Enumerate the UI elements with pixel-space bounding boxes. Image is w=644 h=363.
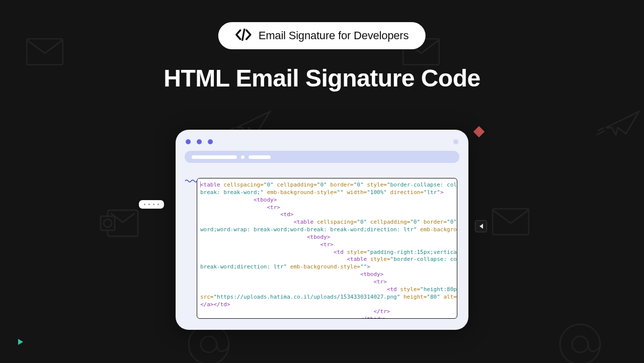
- window-dot: [197, 139, 202, 144]
- svg-rect-0: [27, 39, 63, 65]
- window-dot: [186, 139, 191, 144]
- svg-point-7: [201, 336, 217, 352]
- paper-plane-icon: [596, 108, 644, 138]
- browser-window: <table cellspacing="0" cellpadding="0" b…: [176, 130, 468, 330]
- address-bar: [185, 151, 459, 163]
- diamond-accent-icon: [472, 125, 486, 139]
- mail-program-icon: [100, 207, 141, 239]
- window-dot: [208, 139, 213, 144]
- typing-indicator: [139, 200, 164, 209]
- play-accent-icon: [18, 339, 23, 345]
- svg-point-6: [189, 324, 229, 363]
- envelope-outline-icon: [26, 38, 63, 65]
- header-pill: Email Signature for Developers: [218, 22, 426, 49]
- svg-rect-2: [493, 209, 529, 235]
- window-controls: [176, 130, 468, 145]
- svg-point-8: [560, 324, 600, 363]
- code-snippet: <table cellspacing="0" cellpadding="0" b…: [197, 178, 457, 319]
- back-cursor-icon: [475, 220, 487, 232]
- code-brackets-icon: [235, 29, 252, 43]
- window-dot-inactive: [453, 139, 458, 144]
- svg-rect-4: [101, 216, 115, 230]
- header-pill-title: Email Signature for Developers: [259, 29, 409, 42]
- address-bar-wrap: [176, 145, 468, 163]
- envelope-outline-icon: [492, 208, 529, 235]
- page-title: HTML Email Signature Code: [0, 64, 644, 92]
- at-sign-icon: [557, 322, 603, 363]
- svg-point-9: [572, 336, 588, 352]
